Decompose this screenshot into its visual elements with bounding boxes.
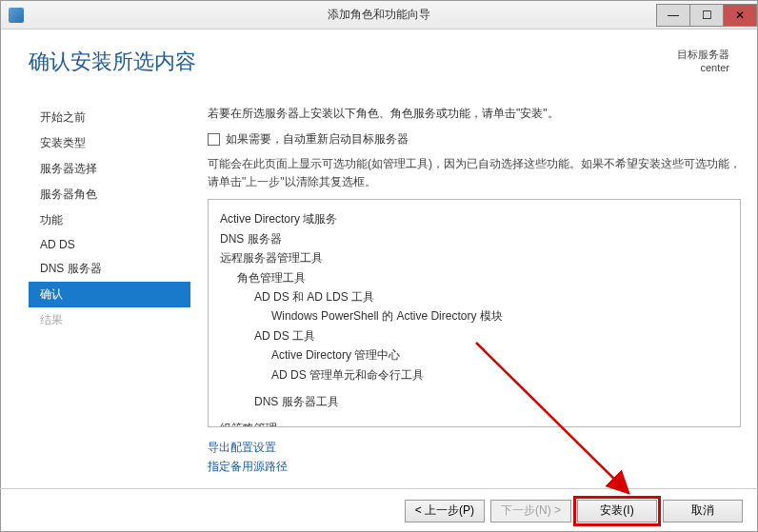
instruction-text: 若要在所选服务器上安装以下角色、角色服务或功能，请单击"安装"。 — [208, 105, 741, 122]
role-item: Active Directory 管理中心 — [220, 345, 728, 365]
alt-source-link[interactable]: 指定备用源路径 — [208, 458, 741, 476]
target-server-block: 目标服务器 center — [677, 48, 729, 76]
target-server-label: 目标服务器 — [677, 48, 729, 61]
role-item: DNS 服务器工具 — [220, 392, 728, 411]
page-title: 确认安装所选内容 — [29, 48, 196, 76]
links-block: 导出配置设置 指定备用源路径 — [208, 439, 741, 475]
role-item: Active Directory 域服务 — [220, 209, 728, 228]
roles-list: Active Directory 域服务 DNS 服务器 远程服务器管理工具 角… — [208, 199, 741, 427]
role-item: DNS 服务器 — [220, 229, 728, 248]
install-button[interactable]: 安装(I) — [577, 500, 657, 522]
auto-restart-row: 如果需要，自动重新启动目标服务器 — [208, 131, 741, 148]
window-controls: — ☐ ✕ — [657, 4, 757, 27]
titlebar: 添加角色和功能向导 — ☐ ✕ — [1, 1, 757, 30]
next-button: 下一步(N) > — [490, 500, 571, 522]
nav-dns-server[interactable]: DNS 服务器 — [29, 256, 190, 282]
auto-restart-checkbox[interactable] — [208, 133, 220, 146]
header: 确认安装所选内容 目标服务器 center — [29, 48, 729, 76]
role-item: 角色管理工具 — [220, 268, 728, 287]
target-server-name: center — [677, 61, 729, 74]
role-item: Windows PowerShell 的 Active Directory 模块 — [220, 306, 728, 325]
nav-results: 结果 — [29, 307, 190, 333]
role-item: 组策略管理 — [220, 419, 728, 427]
role-item: AD DS 工具 — [220, 326, 728, 345]
nav-before-you-begin[interactable]: 开始之前 — [29, 105, 190, 130]
minimize-button[interactable]: — — [656, 4, 690, 27]
nav-server-roles[interactable]: 服务器角色 — [29, 182, 190, 207]
nav-ad-ds[interactable]: AD DS — [29, 233, 190, 256]
nav-server-selection[interactable]: 服务器选择 — [29, 156, 190, 182]
cancel-button[interactable]: 取消 — [663, 500, 743, 522]
main-content: 若要在所选服务器上安装以下角色、角色服务或功能，请单击"安装"。 如果需要，自动… — [190, 105, 741, 488]
footer: < 上一步(P) 下一步(N) > 安装(I) 取消 — [0, 488, 758, 532]
wizard-sidebar: 开始之前 安装类型 服务器选择 服务器角色 功能 AD DS DNS 服务器 确… — [29, 105, 190, 488]
window-title: 添加角色和功能向导 — [328, 7, 430, 23]
close-button[interactable]: ✕ — [723, 4, 757, 27]
optional-features-note: 可能会在此页面上显示可选功能(如管理工具)，因为已自动选择这些功能。如果不希望安… — [208, 155, 741, 191]
nav-install-type[interactable]: 安装类型 — [29, 130, 190, 156]
nav-features[interactable]: 功能 — [29, 207, 190, 233]
role-item: AD DS 和 AD LDS 工具 — [220, 287, 728, 306]
app-icon — [9, 8, 24, 23]
auto-restart-label: 如果需要，自动重新启动目标服务器 — [226, 131, 409, 148]
maximize-button[interactable]: ☐ — [689, 4, 724, 27]
role-item: AD DS 管理单元和命令行工具 — [220, 365, 728, 384]
role-item: 远程服务器管理工具 — [220, 248, 728, 267]
nav-confirmation[interactable]: 确认 — [29, 282, 190, 307]
previous-button[interactable]: < 上一步(P) — [405, 500, 485, 522]
export-config-link[interactable]: 导出配置设置 — [208, 439, 741, 457]
